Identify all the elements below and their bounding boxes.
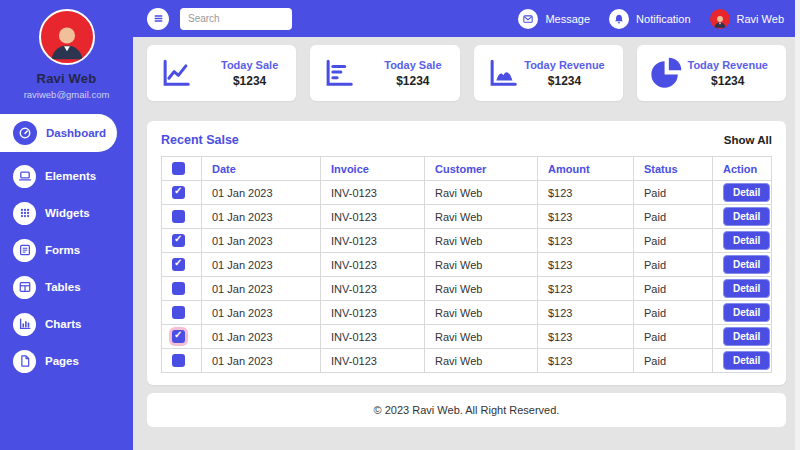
dashboard-app: Ravi Web raviweb@gmail.com Dashboard Ele… (0, 0, 800, 450)
area-chart-icon (486, 56, 520, 90)
hamburger-menu-button[interactable] (147, 8, 169, 30)
message-button[interactable]: Message (518, 9, 590, 29)
detail-button[interactable]: Detail (723, 303, 770, 322)
row-action-cell: Detail (713, 205, 772, 229)
row-checkbox[interactable] (172, 186, 185, 199)
row-checkbox[interactable] (172, 354, 185, 367)
row-checkbox[interactable] (172, 330, 185, 343)
row-checkbox[interactable] (172, 306, 185, 319)
envelope-icon (518, 9, 538, 29)
recent-sales-table: Date Invoice Customer Amount Status Acti… (161, 156, 772, 373)
row-checkbox-cell (162, 301, 202, 325)
table-row: 01 Jan 2023 INV-0123 Ravi Web $123 Paid … (162, 349, 772, 373)
row-action-cell: Detail (713, 253, 772, 277)
recent-sales-card: Recent Salse Show All Date Invoice Custo… (147, 121, 786, 385)
notification-button[interactable]: Notification (609, 9, 690, 29)
row-action-cell: Detail (713, 349, 772, 373)
stat-card-today-sale-1[interactable]: Today Sale $1234 (147, 45, 296, 101)
user-menu[interactable]: Ravi Web (710, 9, 784, 29)
sidebar-item-elements[interactable]: Elements (0, 161, 133, 191)
detail-button[interactable]: Detail (723, 255, 770, 274)
row-invoice: INV-0123 (321, 205, 425, 229)
sidebar-item-label: Forms (45, 244, 80, 256)
row-checkbox-cell (162, 181, 202, 205)
stat-card-today-revenue-1[interactable]: Today Revenue $1234 (474, 45, 623, 101)
detail-button[interactable]: Detail (723, 327, 770, 346)
row-date: 01 Jan 2023 (202, 349, 321, 373)
show-all-link[interactable]: Show All (724, 134, 772, 146)
table-row: 01 Jan 2023 INV-0123 Ravi Web $123 Paid … (162, 301, 772, 325)
hamburger-icon (152, 12, 165, 25)
row-date: 01 Jan 2023 (202, 277, 321, 301)
stat-card-today-revenue-2[interactable]: Today Revenue $1234 (637, 45, 786, 101)
row-checkbox[interactable] (172, 258, 185, 271)
sidebar-item-pages[interactable]: Pages (0, 346, 133, 376)
laptop-icon (13, 165, 36, 188)
row-checkbox[interactable] (172, 210, 185, 223)
stat-value: $1234 (688, 74, 769, 88)
footer-text: © 2023 Ravi Web. All Right Reserved. (374, 404, 560, 416)
row-amount: $123 (538, 301, 634, 325)
row-action-cell: Detail (713, 229, 772, 253)
column-header-action: Action (713, 157, 772, 181)
stat-text: Today Revenue $1234 (688, 59, 775, 88)
row-checkbox[interactable] (172, 282, 185, 295)
table-icon (13, 276, 36, 299)
notification-label: Notification (636, 13, 690, 25)
table-row: 01 Jan 2023 INV-0123 Ravi Web $123 Paid … (162, 229, 772, 253)
gauge-icon (13, 121, 37, 145)
form-icon (13, 239, 36, 262)
row-invoice: INV-0123 (321, 325, 425, 349)
sidebar-item-label: Dashboard (46, 127, 106, 139)
row-status: Paid (634, 181, 713, 205)
row-checkbox-cell (162, 229, 202, 253)
message-label: Message (545, 13, 590, 25)
stat-card-today-sale-2[interactable]: Today Sale $1234 (310, 45, 459, 101)
table-header-row: Date Invoice Customer Amount Status Acti… (162, 157, 772, 181)
sidebar-item-dashboard[interactable]: Dashboard (0, 114, 117, 152)
sidebar-item-charts[interactable]: Charts (0, 309, 133, 339)
search-input[interactable] (180, 8, 292, 30)
stat-text: Today Sale $1234 (384, 59, 447, 88)
row-invoice: INV-0123 (321, 301, 425, 325)
stat-title: Today Sale (384, 59, 441, 71)
user-avatar (710, 9, 730, 29)
line-chart-icon (159, 56, 193, 90)
column-header-customer: Customer (425, 157, 538, 181)
main-area: Message Notification (133, 0, 800, 450)
sidebar-item-label: Widgets (45, 207, 90, 219)
row-invoice: INV-0123 (321, 181, 425, 205)
detail-button[interactable]: Detail (723, 207, 770, 226)
row-action-cell: Detail (713, 277, 772, 301)
row-status: Paid (634, 253, 713, 277)
column-header-status: Status (634, 157, 713, 181)
row-date: 01 Jan 2023 (202, 229, 321, 253)
sidebar-item-tables[interactable]: Tables (0, 272, 133, 302)
row-date: 01 Jan 2023 (202, 205, 321, 229)
scrollbar[interactable] (795, 0, 800, 450)
sidebar-item-forms[interactable]: Forms (0, 235, 133, 265)
row-status: Paid (634, 349, 713, 373)
sidebar-item-widgets[interactable]: Widgets (0, 198, 133, 228)
header-checkbox-cell (162, 157, 202, 181)
detail-button[interactable]: Detail (723, 279, 770, 298)
stat-cards: Today Sale $1234 Today Sale $1234 (147, 45, 786, 101)
detail-button[interactable]: Detail (723, 351, 770, 370)
row-checkbox[interactable] (172, 234, 185, 247)
sidebar-item-label: Tables (45, 281, 81, 293)
select-all-checkbox[interactable] (172, 162, 185, 175)
sidebar-item-label: Pages (45, 355, 79, 367)
pie-chart-icon (649, 56, 683, 90)
row-customer: Ravi Web (425, 325, 538, 349)
footer: © 2023 Ravi Web. All Right Reserved. (147, 393, 786, 427)
chart-icon (13, 313, 36, 336)
row-date: 01 Jan 2023 (202, 181, 321, 205)
row-invoice: INV-0123 (321, 277, 425, 301)
detail-button[interactable]: Detail (723, 183, 770, 202)
row-action-cell: Detail (713, 325, 772, 349)
sidebar-menu: Dashboard Elements Widgets Forms (0, 114, 133, 376)
row-action-cell: Detail (713, 181, 772, 205)
row-status: Paid (634, 301, 713, 325)
detail-button[interactable]: Detail (723, 231, 770, 250)
row-status: Paid (634, 205, 713, 229)
